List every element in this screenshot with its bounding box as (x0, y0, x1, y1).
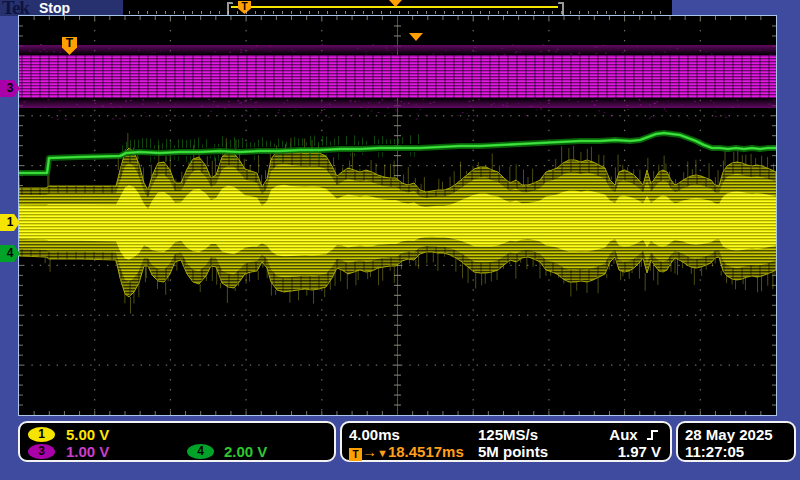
channel-3-marker[interactable]: 3 (0, 80, 20, 97)
oscilloscope-screen: Tek Stop T T 3 1 4 1 5.00 V 3 1.00 V 4 2… (0, 0, 800, 480)
channel-4-marker[interactable]: 4 (0, 245, 20, 262)
trigger-position-value: 18.4517ms (388, 443, 464, 460)
channel-4-badge[interactable]: 4 (187, 444, 214, 459)
channel-1-badge[interactable]: 1 (28, 427, 55, 442)
channel-1-scale: 5.00 V (66, 426, 109, 443)
record-window-right-bracket[interactable] (558, 2, 564, 17)
timebase-readout: 4.00ms (349, 426, 400, 443)
trigger-t-icon: T (349, 448, 362, 461)
record-window-left-bracket[interactable] (227, 2, 233, 17)
horizontal-trigger-readout-box[interactable]: 4.00ms 125MS/s Aux T→▼18.4517ms 5M point… (340, 421, 672, 462)
channel-3-scale: 1.00 V (66, 443, 109, 460)
trigger-source-readout: Aux (609, 426, 661, 443)
graticule: T (19, 16, 776, 415)
trigger-level-readout: 1.97 V (618, 443, 661, 460)
waveform-display (19, 16, 776, 415)
trigger-source-label: Aux (609, 426, 637, 443)
record-length-readout: 5M points (478, 443, 548, 460)
acquisition-status[interactable]: Stop (39, 0, 70, 16)
time-readout: 11:27:05 (685, 443, 744, 460)
channel-4-scale: 2.00 V (224, 443, 267, 460)
trigger-position-readout: T→▼18.4517ms (349, 443, 464, 461)
record-window-line (231, 6, 558, 8)
rising-edge-icon (646, 428, 661, 442)
date-readout: 28 May 2025 (685, 426, 773, 443)
record-trigger-t-icon[interactable]: T (238, 1, 251, 14)
channel-1-marker[interactable]: 1 (0, 214, 20, 231)
sample-rate-readout: 125MS/s (478, 426, 538, 443)
record-view-bar[interactable]: T (123, 0, 672, 15)
channel-3-badge[interactable]: 3 (28, 444, 55, 459)
triangle-down-icon: ▼ (377, 447, 388, 459)
datetime-box[interactable]: 28 May 2025 11:27:05 (676, 421, 796, 462)
channel-readout-box[interactable]: 1 5.00 V 3 1.00 V 4 2.00 V (18, 421, 336, 462)
arrow-right-icon: → (362, 443, 377, 460)
